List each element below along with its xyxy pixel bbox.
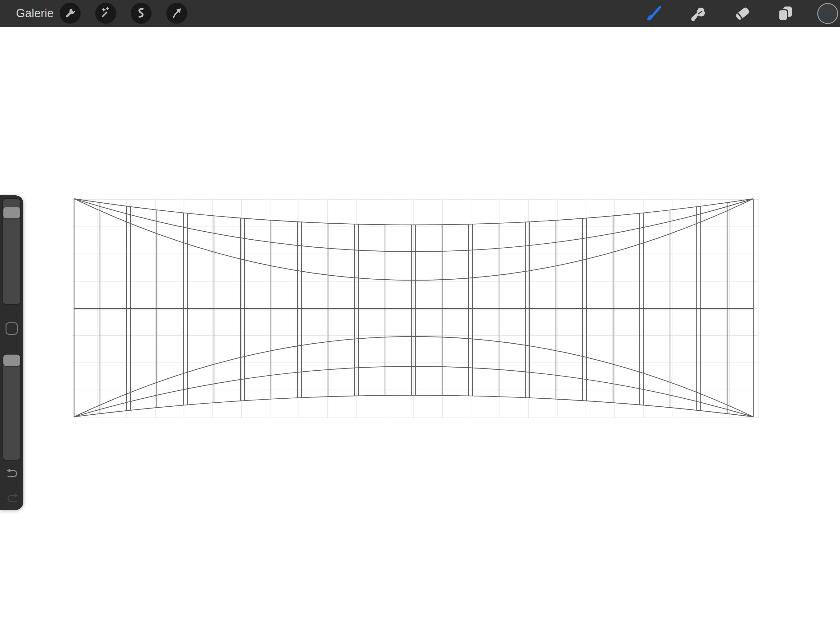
redo-icon <box>5 494 20 504</box>
layers-button[interactable] <box>771 0 799 27</box>
modify-button[interactable] <box>6 322 18 335</box>
brush-size-slider-handle[interactable] <box>3 207 20 218</box>
wrench-icon <box>63 6 77 20</box>
gallery-button[interactable]: Galerie <box>9 0 61 27</box>
brush-size-slider[interactable] <box>2 198 21 305</box>
selection-button[interactable] <box>131 3 152 24</box>
paint-tool-button[interactable] <box>640 0 668 27</box>
actions-button[interactable] <box>60 3 81 24</box>
move-arrow-icon <box>170 6 183 20</box>
smudge-tool-button[interactable] <box>684 0 712 27</box>
eraser-icon <box>733 4 752 24</box>
erase-tool-button[interactable] <box>729 0 756 27</box>
s-curve-icon <box>134 6 148 20</box>
transform-button[interactable] <box>166 3 187 24</box>
color-circle-icon <box>817 3 838 24</box>
redo-button[interactable] <box>4 492 20 505</box>
paintbrush-icon <box>644 3 664 24</box>
canvas-drawing-area[interactable] <box>0 0 840 630</box>
smudge-finger-icon <box>688 4 708 24</box>
color-button[interactable] <box>814 0 840 27</box>
layers-icon <box>775 4 795 24</box>
undo-icon <box>5 469 20 479</box>
magic-wand-icon <box>99 6 112 20</box>
opacity-slider-handle[interactable] <box>3 355 20 366</box>
sidebar <box>0 195 24 510</box>
opacity-slider[interactable] <box>2 354 21 461</box>
top-bar: Galerie <box>0 0 840 27</box>
adjustments-button[interactable] <box>95 3 116 24</box>
undo-button[interactable] <box>4 468 20 480</box>
